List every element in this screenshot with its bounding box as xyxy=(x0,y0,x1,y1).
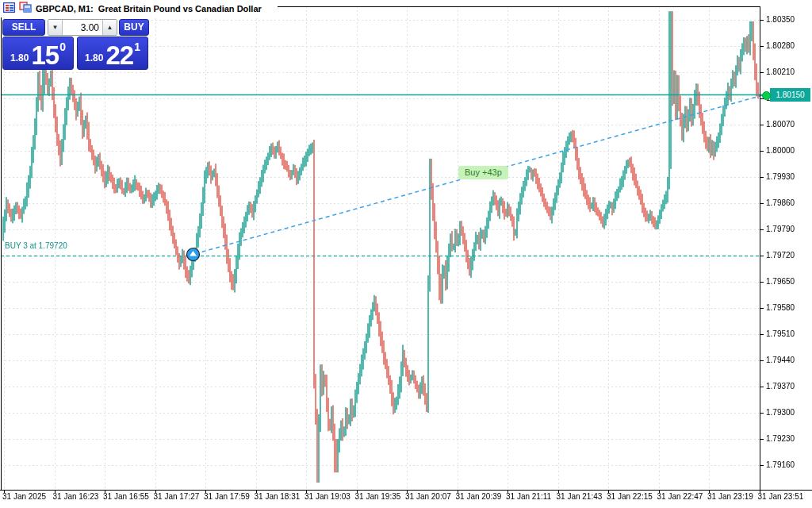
profit-badge[interactable]: Buy +43p xyxy=(458,166,508,179)
price-axis-label: 1.80210 xyxy=(766,67,795,76)
volume-increase-button[interactable]: ▲ xyxy=(102,20,117,35)
price-axis-label: 1.79370 xyxy=(766,382,795,391)
price-axis-label: 1.79230 xyxy=(766,434,795,443)
price-axis-label: 1.79860 xyxy=(766,198,795,207)
time-axis-label: 31 Jan 20:39 xyxy=(456,492,502,501)
time-axis-label: 31 Jan 21:43 xyxy=(557,492,603,501)
price-axis-label: 1.79720 xyxy=(766,251,795,260)
price-axis-label: 1.79650 xyxy=(766,277,795,286)
price-axis-label: 1.79930 xyxy=(766,172,795,181)
volume-input[interactable] xyxy=(63,20,102,35)
price-axis-label: 1.80280 xyxy=(766,41,795,50)
price-axis-label: 1.79160 xyxy=(766,460,795,469)
volume-decrease-button[interactable]: ▼ xyxy=(48,20,63,35)
time-axis-label: 31 Jan 16:23 xyxy=(53,492,99,501)
bid-price-prefix: 1.80 xyxy=(10,52,29,64)
price-axis-label: 1.79440 xyxy=(766,356,795,364)
time-axis-label: 31 Jan 20:07 xyxy=(405,492,451,501)
chart-title-bar: GBPCAD, M1: Great Britain Pound vs Canad… xyxy=(0,0,278,17)
buy-position-label: BUY 3 at 1.79720 xyxy=(5,241,67,250)
current-price-dot xyxy=(762,91,771,100)
time-axis-label: 31 Jan 19:03 xyxy=(304,492,350,501)
charts-icon xyxy=(19,2,32,16)
price-axis-label: 1.79510 xyxy=(766,329,795,338)
chart-canvas[interactable] xyxy=(0,0,812,508)
chevron-down-icon: ▼ xyxy=(52,24,59,31)
price-axis-label: 1.79580 xyxy=(766,303,795,312)
time-axis-label: 31 Jan 19:35 xyxy=(355,492,401,501)
time-axis-label: 31 Jan 23:19 xyxy=(707,492,753,501)
current-price-badge: 1.80150 xyxy=(770,88,810,102)
volume-stepper: ▼ ▲ xyxy=(48,19,117,36)
time-axis-label: 31 Jan 2025 xyxy=(2,492,46,501)
price-axis-label: 1.80000 xyxy=(766,146,795,155)
bid-price-sup: 0 xyxy=(59,40,66,53)
time-axis-label: 31 Jan 18:31 xyxy=(255,492,301,501)
sell-button[interactable]: SELL xyxy=(2,19,45,36)
time-axis-label: 31 Jan 16:55 xyxy=(103,492,149,501)
price-axis-label: 1.80070 xyxy=(766,120,795,129)
ask-price-sup: 1 xyxy=(134,40,140,53)
bid-quote-button[interactable]: 1.80 15 0 xyxy=(2,37,74,70)
price-axis-label: 1.79300 xyxy=(766,408,795,417)
time-axis-label: 31 Jan 22:47 xyxy=(657,492,703,501)
chevron-up-icon: ▲ xyxy=(107,24,113,31)
time-axis-label: 31 Jan 23:51 xyxy=(758,492,804,501)
trading-chart-window: GBPCAD, M1: Great Britain Pound vs Canad… xyxy=(0,0,812,508)
bid-price-big: 15 xyxy=(31,44,59,66)
price-axis-label: 1.80350 xyxy=(766,15,795,24)
price-axis-label: 1.79790 xyxy=(766,225,795,233)
time-axis-label: 31 Jan 17:59 xyxy=(204,492,250,501)
ask-quote-button[interactable]: 1.80 22 1 xyxy=(77,37,148,70)
time-axis-label: 31 Jan 17:27 xyxy=(154,492,200,501)
market-watch-icon xyxy=(3,2,15,16)
ask-price-prefix: 1.80 xyxy=(85,52,103,64)
buy-button[interactable]: BUY xyxy=(119,19,149,36)
time-axis-label: 31 Jan 22:15 xyxy=(607,492,653,501)
ask-price-big: 22 xyxy=(105,44,133,66)
time-axis-label: 31 Jan 21:11 xyxy=(506,492,551,501)
buy-marker-icon[interactable] xyxy=(186,247,201,265)
chart-title: GBPCAD, M1: Great Britain Pound vs Canad… xyxy=(36,4,262,13)
